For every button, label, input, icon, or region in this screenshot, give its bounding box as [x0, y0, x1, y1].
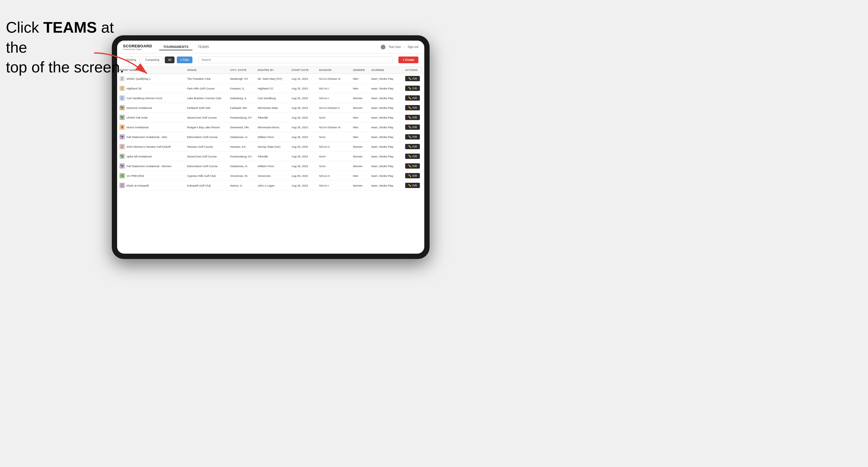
- table-header-row: EVENT NAME VENUE CITY, STATE HOSTED BY S…: [117, 66, 424, 74]
- tournaments-table: EVENT NAME VENUE CITY, STATE HOSTED BY S…: [117, 66, 424, 190]
- cell-actions: ✏️ Edit: [403, 74, 424, 84]
- event-icon: 🦅: [120, 115, 125, 120]
- edit-button[interactable]: ✏️ Edit: [405, 76, 420, 81]
- cell-start-date: Aug 28, 2023: [289, 171, 317, 181]
- nav-tabs: TOURNAMENTS TEAMS: [159, 44, 381, 50]
- edit-button[interactable]: ✏️ Edit: [405, 124, 420, 130]
- sign-out-link[interactable]: Sign out: [407, 45, 418, 49]
- cell-venue: The Powelton Club: [185, 74, 228, 84]
- edit-icon: ✏️: [408, 184, 411, 187]
- cell-event-name: 🦅 Fall Statesmen Invitational - Women: [117, 161, 185, 171]
- cell-scoring: team, Stroke Play: [369, 113, 403, 122]
- cell-event-name: 🦅 UPIKE Fall Invite: [117, 113, 185, 122]
- event-name-text: Maverick Invitational: [126, 106, 152, 110]
- event-name-text: Fall Statesmen Invitational - Women: [126, 164, 171, 168]
- competing-button[interactable]: Competing: [142, 57, 162, 63]
- cell-city-state: Deerwood, MN: [228, 122, 255, 132]
- cell-gender: Men: [350, 132, 369, 142]
- edit-button[interactable]: ✏️ Edit: [405, 173, 420, 178]
- edit-button[interactable]: ✏️ Edit: [405, 144, 420, 149]
- edit-button[interactable]: ✏️ Edit: [405, 183, 420, 188]
- cell-division: NAIA: [317, 113, 351, 122]
- edit-icon: ✏️: [408, 164, 411, 167]
- cell-event-name: 🦅 Maverick Invitational: [117, 103, 185, 113]
- cell-scoring: team, Stroke Play: [369, 181, 403, 190]
- all-button[interactable]: All: [165, 57, 175, 63]
- event-name-text: VU PREVIEW: [126, 174, 144, 178]
- cell-event-name: 🏌 2023 Women's Hesston Fall Kickoff: [117, 142, 185, 152]
- filter-button[interactable]: ≡ Filter: [177, 57, 192, 63]
- table-row: 🦅 Maverick Invitational Faribault Golf C…: [117, 103, 424, 113]
- cell-venue: Hesston Golf Course: [185, 142, 228, 152]
- event-icon: 🦅: [120, 134, 125, 139]
- cell-scoring: team, Stroke Play: [369, 142, 403, 152]
- cell-hosted-by: Minnesota-Morris: [255, 122, 289, 132]
- col-gender: GENDER: [350, 66, 369, 74]
- cell-actions: ✏️ Edit: [403, 181, 424, 190]
- cell-division: NICAA I: [317, 84, 351, 93]
- edit-icon: ✏️: [408, 96, 411, 99]
- event-icon: 🏌: [120, 86, 125, 91]
- edit-icon: ✏️: [408, 116, 411, 119]
- edit-button[interactable]: ✏️ Edit: [405, 134, 420, 139]
- cell-scoring: team, Stroke Play: [369, 122, 403, 132]
- cell-hosted-by: Carl Sandburg: [255, 93, 289, 103]
- cell-gender: Women: [350, 142, 369, 152]
- tab-tournaments[interactable]: TOURNAMENTS: [159, 44, 192, 50]
- table-row: 🏌 Klash at Kokopelli Kokopelli Golf Club…: [117, 181, 424, 190]
- cell-division: NCAA Division III: [317, 122, 351, 132]
- col-scoring: SCORING: [369, 66, 403, 74]
- instruction-text: Click TEAMS at thetop of the screen.: [6, 18, 129, 77]
- edit-icon: ✏️: [408, 155, 411, 158]
- edit-button[interactable]: ✏️ Edit: [405, 86, 420, 91]
- event-name-text: Carl Sandburg Women FA23: [126, 96, 162, 100]
- table-row: 🏌 MSMC Qualifying 1 The Powelton Club Ne…: [117, 74, 424, 84]
- cell-start-date: Aug 24, 2023: [289, 74, 317, 84]
- edit-button[interactable]: ✏️ Edit: [405, 163, 420, 168]
- cell-division: NCAA Division II: [317, 103, 351, 113]
- event-name-text: Klash at Kokopelli: [126, 184, 149, 187]
- cell-event-name: 🦅 upike fall invitational: [117, 152, 185, 161]
- cell-gender: Women: [350, 93, 369, 103]
- cell-start-date: Aug 28, 2023: [289, 152, 317, 161]
- cell-hosted-by: Highland CC: [255, 84, 289, 93]
- cell-hosted-by: Mt. Saint Mary (NY): [255, 74, 289, 84]
- cell-actions: ✏️ Edit: [403, 103, 424, 113]
- event-name-text: Fall Statesmen Invitational - Men: [126, 135, 167, 138]
- edit-icon: ✏️: [408, 135, 411, 138]
- cell-hosted-by: William Penn: [255, 132, 289, 142]
- cell-city-state: Vincennes, IN: [228, 171, 255, 181]
- cell-hosted-by: Minnesota State: [255, 103, 289, 113]
- event-name-text: Morris Invitational: [126, 126, 148, 129]
- edit-button[interactable]: ✏️ Edit: [405, 95, 420, 101]
- search-box: [198, 57, 393, 63]
- edit-button[interactable]: ✏️ Edit: [405, 105, 420, 111]
- create-button[interactable]: + Create: [398, 57, 418, 63]
- edit-button[interactable]: ✏️ Edit: [405, 154, 420, 159]
- gear-icon[interactable]: [381, 45, 385, 50]
- table-row: 🦅 UPIKE Fall Invite StoneCrest Golf Cour…: [117, 113, 424, 122]
- tab-teams[interactable]: TEAMS: [194, 44, 213, 50]
- cell-event-name: 🌿 VU PREVIEW: [117, 171, 185, 181]
- cell-hosted-by: Pikeville: [255, 113, 289, 122]
- cell-hosted-by: John A Logan: [255, 181, 289, 190]
- cell-event-name: 🏌 Klash at Kokopelli: [117, 181, 185, 190]
- cell-venue: StoneCrest Golf Course: [185, 152, 228, 161]
- search-input[interactable]: [198, 57, 393, 63]
- table-row: 🦅 Fall Statesmen Invitational - Women Ed…: [117, 161, 424, 171]
- cell-venue: Ruttger's Bay Lake Resort: [185, 122, 228, 132]
- event-name-text: MSMC Qualifying 1: [126, 77, 151, 80]
- cell-division: NICAA I: [317, 93, 351, 103]
- cell-division: NAIA: [317, 161, 351, 171]
- cell-division: NAIA: [317, 132, 351, 142]
- cell-gender: Women: [350, 181, 369, 190]
- edit-button[interactable]: ✏️ Edit: [405, 115, 420, 120]
- cell-gender: Women: [350, 103, 369, 113]
- cell-hosted-by: Pikeville: [255, 152, 289, 161]
- cell-division: NICAA I: [317, 181, 351, 190]
- cell-venue: Edmundson Golf Course: [185, 161, 228, 171]
- col-actions: ACTIONS: [403, 66, 424, 74]
- table-row: 🦅 Fall Statesmen Invitational - Men Edmu…: [117, 132, 424, 142]
- event-name-text: upike fall invitational: [126, 155, 152, 158]
- edit-icon: ✏️: [408, 87, 411, 90]
